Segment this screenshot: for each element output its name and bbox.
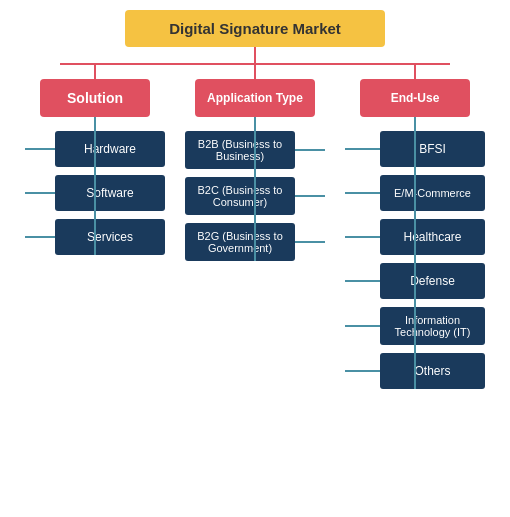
solution-children: Hardware Software Services: [25, 131, 165, 255]
type-top-connector: [254, 65, 256, 79]
others-node: Others: [380, 353, 485, 389]
services-hline: [25, 236, 55, 238]
defense-hline: [345, 280, 380, 282]
solution-bottom-connector: [94, 117, 96, 131]
b2g-node: B2G (Business to Government): [185, 223, 295, 261]
chart-container: Digital Signature Market Solution Hardw: [0, 0, 510, 517]
software-node: Software: [55, 175, 165, 211]
others-hline: [345, 370, 380, 372]
root-node: Digital Signature Market: [125, 10, 385, 47]
type-vbar: [254, 131, 256, 261]
b2b-hline: [295, 149, 325, 151]
it-node: Information Technology (IT): [380, 307, 485, 345]
ecommerce-node: E/M-Commerce: [380, 175, 485, 211]
b2b-node: B2B (Business to Business): [185, 131, 295, 169]
ecommerce-hline: [345, 192, 380, 194]
hardware-hline: [25, 148, 55, 150]
enduse-column: End-Use BFSI E/M-Commerce: [345, 65, 485, 389]
type-node: Application Type: [195, 79, 315, 117]
enduse-top-connector: [414, 65, 416, 79]
b2g-hline: [295, 241, 325, 243]
it-hline: [345, 325, 380, 327]
defense-node: Defense: [380, 263, 485, 299]
b2c-node: B2C (Business to Consumer): [185, 177, 295, 215]
level1-area: Solution Hardware Softw: [15, 65, 495, 389]
type-bottom-connector: [254, 117, 256, 131]
solution-column: Solution Hardware Softw: [25, 65, 165, 255]
enduse-children: BFSI E/M-Commerce Healthcare: [345, 131, 485, 389]
type-children: B2B (Business to Business) B2C (Business…: [185, 131, 325, 261]
enduse-bottom-connector: [414, 117, 416, 131]
services-node: Services: [55, 219, 165, 255]
enduse-vbar: [414, 131, 416, 389]
solution-vbar: [94, 131, 96, 255]
solution-node: Solution: [40, 79, 150, 117]
healthcare-node: Healthcare: [380, 219, 485, 255]
enduse-node: End-Use: [360, 79, 470, 117]
bfsi-node: BFSI: [380, 131, 485, 167]
type-column: Application Type B2B (Business to Busine…: [185, 65, 325, 261]
root-title: Digital Signature Market: [169, 20, 341, 37]
healthcare-hline: [345, 236, 380, 238]
solution-top-connector: [94, 65, 96, 79]
hardware-node: Hardware: [55, 131, 165, 167]
b2c-hline: [295, 195, 325, 197]
software-hline: [25, 192, 55, 194]
bfsi-hline: [345, 148, 380, 150]
root-down-connector: [254, 47, 256, 63]
